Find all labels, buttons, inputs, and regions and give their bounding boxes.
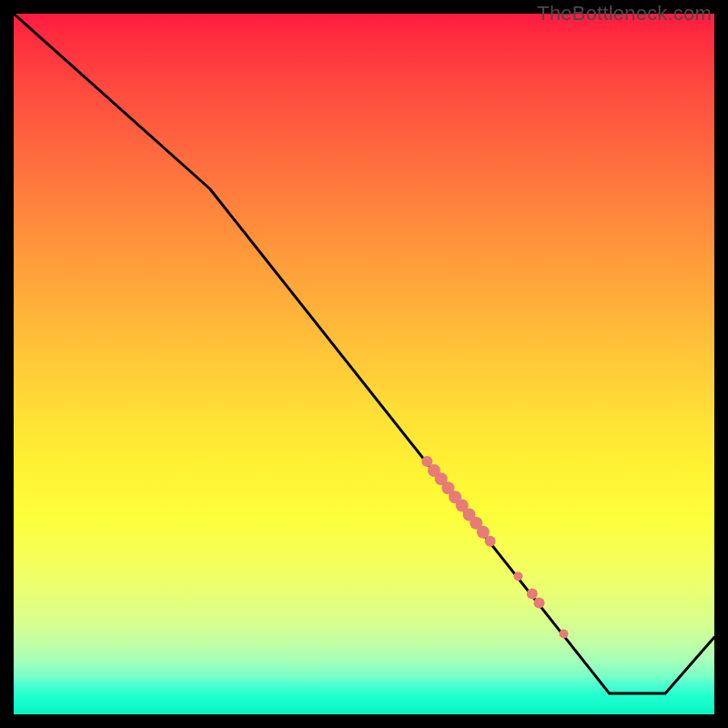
marker-layer (14, 14, 714, 714)
data-marker (527, 589, 538, 600)
watermark-text: TheBottleneck.com (537, 2, 712, 25)
data-marker (534, 598, 545, 609)
data-marker (513, 571, 522, 581)
data-marker (485, 536, 496, 547)
data-marker (560, 630, 569, 639)
